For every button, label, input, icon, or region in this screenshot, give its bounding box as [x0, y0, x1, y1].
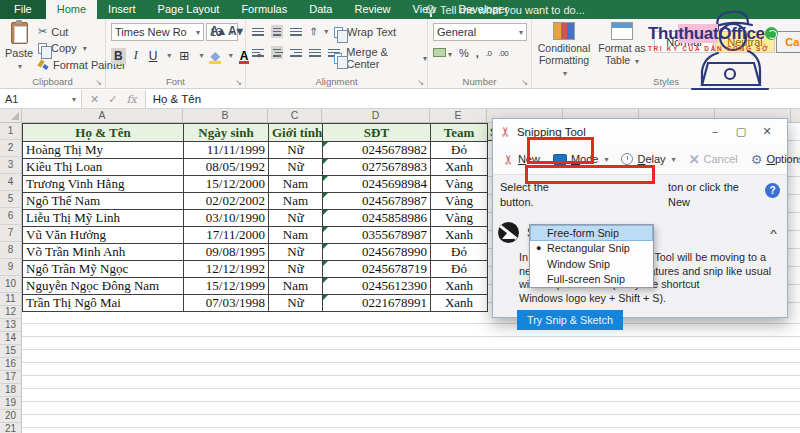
- table-row[interactable]: Ngô Trần Mỹ Ngọc 12/12/1992 Nữ 024567871…: [23, 261, 488, 278]
- align-center-icon[interactable]: [271, 46, 283, 59]
- shrink-font-button[interactable]: A▾: [228, 24, 243, 38]
- help-icon[interactable]: ?: [765, 183, 780, 198]
- row-header[interactable]: 3: [0, 157, 22, 174]
- percent-button[interactable]: %: [459, 47, 469, 59]
- row-header[interactable]: 8: [0, 242, 22, 259]
- row-header[interactable]: 2: [0, 140, 22, 157]
- cell-name[interactable]: Hoàng Thị My: [23, 142, 184, 159]
- row-header[interactable]: 19: [0, 397, 22, 410]
- cell-team[interactable]: Vàng: [431, 176, 488, 193]
- row-header[interactable]: 18: [0, 384, 22, 397]
- cell-gender[interactable]: Nữ: [269, 295, 323, 312]
- row-header[interactable]: 16: [0, 358, 22, 371]
- ribbon-tab[interactable]: Home: [46, 0, 97, 19]
- increase-decimal-button[interactable]: .0: [486, 49, 492, 58]
- column-header[interactable]: [791, 109, 800, 123]
- cell-phone[interactable]: 0275678983: [323, 159, 431, 176]
- row-header[interactable]: 4: [0, 174, 22, 191]
- dialog-launcher-icon[interactable]: ↘: [235, 78, 242, 87]
- table-row[interactable]: Ngô Thế Nam 02/02/2002 Nam 0245678987 Và…: [23, 193, 488, 210]
- row-header[interactable]: 1: [0, 123, 22, 140]
- ribbon-tab[interactable]: Review: [343, 0, 401, 19]
- conditional-formatting-button[interactable]: Conditional Formatting ▾: [536, 22, 592, 78]
- bold-button[interactable]: B: [111, 48, 126, 64]
- cell-team[interactable]: Vàng: [431, 210, 488, 227]
- cell-gender[interactable]: Nữ: [269, 142, 323, 159]
- ribbon-tab[interactable]: Insert: [97, 0, 147, 19]
- cell-name[interactable]: Ngô Thế Nam: [23, 193, 184, 210]
- cell-gender[interactable]: Nam: [269, 193, 323, 210]
- table-row[interactable]: Trương Vinh Hằng 15/12/2000 Nam 02456989…: [23, 176, 488, 193]
- cell-team[interactable]: Đỏ: [431, 261, 488, 278]
- align-middle-icon[interactable]: [271, 25, 283, 38]
- decrease-decimal-button[interactable]: .00: [499, 49, 509, 58]
- grow-font-button[interactable]: A▴: [210, 24, 225, 38]
- table-row[interactable]: Kiều Thị Loan 08/05/1992 Nữ 0275678983 X…: [23, 159, 488, 176]
- cell-name[interactable]: Ngô Trần Mỹ Ngọc: [23, 261, 184, 278]
- menu-item[interactable]: ● Rectangular Snip: [530, 241, 653, 257]
- orientation-button[interactable]: ⇗▾: [309, 25, 328, 38]
- minimize-button[interactable]: −: [702, 126, 728, 138]
- cell-phone[interactable]: 0245678982: [323, 142, 431, 159]
- table-row[interactable]: Nguyễn Ngọc Đông Nam 15/12/1999 Nam 0245…: [23, 278, 488, 295]
- italic-button[interactable]: I: [131, 47, 141, 64]
- cell-phone[interactable]: 0245698984: [323, 176, 431, 193]
- cell-team[interactable]: Xanh: [431, 159, 488, 176]
- comma-button[interactable]: ,: [476, 47, 479, 59]
- menu-item[interactable]: ● Full-screen Snip: [530, 272, 653, 288]
- menu-item[interactable]: ● Free-form Snip: [530, 225, 653, 241]
- row-header[interactable]: 6: [0, 208, 22, 225]
- table-row[interactable]: Liễu Thị Mỹ Linh 03/10/1990 Nữ 024585898…: [23, 210, 488, 227]
- cell-gender[interactable]: Nam: [269, 278, 323, 295]
- cell-name[interactable]: Vũ Văn Hưởng: [23, 227, 184, 244]
- name-box[interactable]: A1 ▾: [0, 90, 82, 108]
- borders-button[interactable]: ⊞: [176, 48, 192, 64]
- cell-name[interactable]: Võ Trần Minh Anh: [23, 244, 184, 261]
- cell-dob[interactable]: 02/02/2002: [184, 193, 269, 210]
- cell-team[interactable]: Đỏ: [431, 142, 488, 159]
- row-header[interactable]: 13: [0, 319, 22, 332]
- dialog-launcher-icon[interactable]: ↘: [521, 78, 528, 87]
- wrap-text-button[interactable]: Wrap Text: [334, 26, 396, 38]
- row-header[interactable]: 20: [0, 410, 22, 423]
- confirm-entry-icon[interactable]: ✓: [108, 93, 117, 106]
- cell-phone[interactable]: 0245678719: [323, 261, 431, 278]
- table-header-row[interactable]: Họ & Tên Ngày sinh Giới tính SĐT Team: [23, 124, 488, 142]
- cell-dob[interactable]: 08/05/1992: [184, 159, 269, 176]
- cell-team[interactable]: Đỏ: [431, 244, 488, 261]
- cancel-button[interactable]: ✕ Cancel: [684, 149, 743, 170]
- row-header[interactable]: 5: [0, 191, 22, 208]
- cell-phone[interactable]: 0355678987: [323, 227, 431, 244]
- row-header[interactable]: 14: [0, 332, 22, 345]
- row-header[interactable]: 7: [0, 225, 22, 242]
- menu-item[interactable]: ● Window Snip: [530, 256, 653, 272]
- ribbon-tab[interactable]: File: [0, 0, 46, 19]
- align-right-icon[interactable]: [290, 47, 302, 58]
- cell-dob[interactable]: 07/03/1998: [184, 295, 269, 312]
- accounting-format-button[interactable]: ▾: [433, 47, 452, 59]
- mode-button[interactable]: Mode ▾: [548, 150, 614, 168]
- close-button[interactable]: ✕: [754, 125, 780, 138]
- table-row[interactable]: Võ Trần Minh Anh 09/08/1995 Nữ 024567899…: [23, 244, 488, 261]
- cell-dob[interactable]: 03/10/1990: [184, 210, 269, 227]
- cell-dob[interactable]: 17/11/2000: [184, 227, 269, 244]
- try-snip-sketch-button[interactable]: Try Snip & Sketch: [517, 310, 623, 330]
- select-all-corner[interactable]: [0, 109, 22, 123]
- options-button[interactable]: ⚙ Options: [746, 149, 800, 170]
- cell-dob[interactable]: 15/12/1999: [184, 278, 269, 295]
- row-header[interactable]: 15: [0, 345, 22, 358]
- ribbon-tab[interactable]: Formulas: [230, 0, 298, 19]
- row-header[interactable]: 10: [0, 276, 22, 293]
- row-header[interactable]: 21: [0, 423, 22, 433]
- cell-phone[interactable]: 0221678991: [323, 295, 431, 312]
- delay-button[interactable]: Delay ▾: [616, 150, 680, 168]
- cell-name[interactable]: Trần Thị Ngô Mai: [23, 295, 184, 312]
- table-row[interactable]: Trần Thị Ngô Mai 07/03/1998 Nữ 022167899…: [23, 295, 488, 312]
- cell-dob[interactable]: 12/12/1992: [184, 261, 269, 278]
- table-row[interactable]: Hoàng Thị My 11/11/1999 Nữ 0245678982 Đỏ: [23, 142, 488, 159]
- cell-gender[interactable]: Nam: [269, 227, 323, 244]
- dialog-title-bar[interactable]: ✂ Snipping Tool − ▢ ✕: [493, 119, 787, 144]
- table-row[interactable]: Vũ Văn Hưởng 17/11/2000 Nam 0355678987 X…: [23, 227, 488, 244]
- cell-gender[interactable]: Nữ: [269, 261, 323, 278]
- merge-center-button[interactable]: Merge & Center ▾: [334, 46, 427, 70]
